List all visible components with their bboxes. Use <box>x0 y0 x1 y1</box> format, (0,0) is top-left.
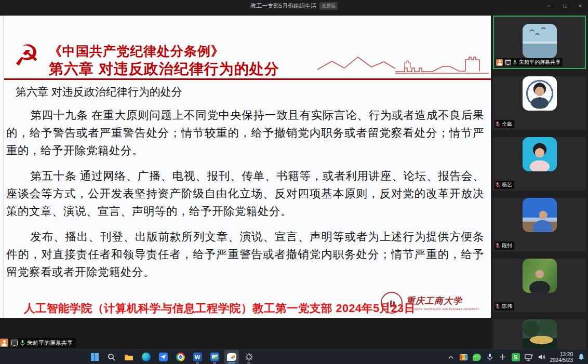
search-button[interactable] <box>104 350 119 364</box>
taskbar-clock[interactable]: 13:20 2024/5/23 <box>550 350 573 364</box>
avatar <box>523 198 557 232</box>
crosshair-tray-button[interactable] <box>498 350 507 364</box>
edge-browser-button[interactable] <box>139 350 153 364</box>
slide-title-line1: 《中国共产党纪律处分条例》 <box>49 43 224 60</box>
window-controls: ─ □ × <box>541 0 588 11</box>
settings-button[interactable] <box>242 350 256 364</box>
screen-share-status-badge: 朱超平的屏幕共享 <box>0 338 76 347</box>
avatar <box>523 259 557 293</box>
slide-body: 第六章 对违反政治纪律行为的处分 第四十九条 在重大原则问题上不同党中央保持一致… <box>6 85 484 289</box>
minimize-button[interactable]: ─ <box>541 0 557 11</box>
chrome-button[interactable] <box>173 350 188 364</box>
hidden-icons-button[interactable] <box>446 350 456 364</box>
party-emblem-icon: ☭ <box>14 41 39 71</box>
header-divider-rule <box>4 78 491 80</box>
free-version-badge: 免费版 <box>319 2 338 10</box>
tile-name-label: 朱超平的屏幕共享 <box>496 58 563 66</box>
mic-muted-icon <box>495 182 500 188</box>
wechat-tray-button[interactable] <box>472 350 482 364</box>
seal-building-icon <box>387 300 396 307</box>
tile-name-label: 仝鑫 <box>495 120 514 128</box>
mic-muted-icon <box>495 242 500 249</box>
maximize-button[interactable]: □ <box>557 0 572 11</box>
microphone-icon <box>487 353 493 361</box>
main-area: ☭ 《中国共产党纪律处分条例》 第六章 对违反政治纪律行为的处分 第六章 <box>0 11 588 349</box>
chapter-heading: 第六章 对违反政治纪律行为的处分 <box>16 85 484 99</box>
taskbar-app-icons: W <box>87 349 256 364</box>
docs-app-button[interactable] <box>156 350 170 364</box>
birds-icon <box>528 27 552 38</box>
video-tile[interactable]: 仝鑫 <box>493 76 586 130</box>
microphone-tray-button[interactable] <box>485 350 495 364</box>
speaker-icon <box>538 354 545 360</box>
gear-icon <box>245 353 253 361</box>
participant-name: 朱超平的屏幕共享 <box>519 59 560 66</box>
logo-texts: 重庆工商大学 CHONGQING TECHNOLOGY AND BUSINESS… <box>406 295 479 311</box>
slide-left-border <box>4 16 4 318</box>
paragraph-article-50-cont: 发布、播出、刊登、出版前款所列文章、演说、宣言、声明等或者为上述行为提供方便条件… <box>6 228 484 281</box>
title-bar: 教工一支部5月份组织生活 免费版 ─ □ × <box>0 0 588 11</box>
chevron-up-icon <box>448 355 454 360</box>
mic-on-icon <box>20 340 25 346</box>
video-tile[interactable]: 陈伟 <box>493 259 586 312</box>
mic-on-icon <box>513 60 517 65</box>
participant-name: 段钊 <box>502 242 512 249</box>
slide-footer-text: 人工智能学院（计算机科学与信息工程学院）教工第一党支部 2024年5月23日 <box>24 301 416 316</box>
meeting-app-window: 教工一支部5月份组织生活 免费版 ─ □ × ☭ 《中国共产党纪律处分条例》 第… <box>0 0 588 364</box>
word-icon: W <box>193 353 202 361</box>
chrome-icon <box>176 353 185 361</box>
university-seal-icon <box>381 292 403 314</box>
title-center: 教工一支部5月份组织生活 免费版 <box>250 2 338 10</box>
clock-time: 13:20 <box>560 352 573 357</box>
close-button[interactable]: × <box>572 0 588 11</box>
crosshair-icon <box>499 354 506 360</box>
meeting-app-button[interactable] <box>224 350 239 364</box>
presenter-avatar-icon <box>496 59 503 66</box>
video-tile-presenter[interactable]: 朱超平的屏幕共享 <box>493 16 586 69</box>
video-tile[interactable]: 段钊 <box>493 198 586 251</box>
windows-taskbar: W <box>0 349 588 364</box>
avatar <box>523 137 557 171</box>
video-tile[interactable]: 杨艺 <box>493 137 586 191</box>
sogou-tray-button[interactable]: S <box>511 350 520 364</box>
great-wall-illustration <box>317 46 489 77</box>
university-name: 重庆工商大学 <box>406 295 479 307</box>
meeting-title: 教工一支部5月份组织生活 <box>250 2 316 10</box>
media-app-tray-button[interactable] <box>459 350 469 364</box>
windows-start-icon <box>91 353 99 361</box>
university-logo: 重庆工商大学 CHONGQING TECHNOLOGY AND BUSINESS… <box>381 292 479 314</box>
screen-share-icon <box>10 339 18 347</box>
tile-name-label: 杨艺 <box>495 181 514 189</box>
edge-icon <box>142 353 151 361</box>
tile-name-label: 陈伟 <box>495 302 514 311</box>
file-explorer-button[interactable] <box>122 350 136 364</box>
folder-icon <box>124 353 133 361</box>
avatar <box>523 76 557 111</box>
start-button[interactable] <box>87 350 102 364</box>
photos-app-button[interactable] <box>207 350 222 364</box>
tv-icon <box>460 354 467 360</box>
network-display-icon <box>525 354 533 361</box>
participants-sidebar: 朱超平的屏幕共享 仝鑫 <box>491 11 588 349</box>
avatar <box>523 24 557 58</box>
word-button[interactable]: W <box>190 350 205 364</box>
clock-date: 2024/5/23 <box>550 357 573 363</box>
photos-icon <box>210 353 219 361</box>
bird-app-icon <box>159 353 168 361</box>
notifications-button[interactable] <box>577 350 586 364</box>
search-icon <box>108 353 116 361</box>
volume-tray-button[interactable] <box>537 350 546 364</box>
paragraph-article-49: 第四十九条 在重大原则问题上不同党中央保持一致且有实际言论、行为或者造成不良后果… <box>6 106 484 159</box>
meeting-chat-bubble-icon <box>227 353 236 361</box>
share-label-text: 朱超平的屏幕共享 <box>27 339 73 347</box>
network-tray-button[interactable] <box>524 350 533 364</box>
sogou-icon: S <box>512 353 520 361</box>
slide-title-line2: 第六章 对违反政治纪律行为的处分 <box>49 59 279 79</box>
participant-name: 陈伟 <box>502 303 512 310</box>
mic-muted-icon <box>495 121 500 127</box>
university-name-english: CHONGQING TECHNOLOGY AND BUSINESS UNIVER… <box>406 308 479 311</box>
screen-share-icon <box>504 59 511 66</box>
mic-muted-icon <box>495 303 500 309</box>
tile-name-label: 段钊 <box>495 241 514 250</box>
participant-name: 仝鑫 <box>502 120 512 128</box>
